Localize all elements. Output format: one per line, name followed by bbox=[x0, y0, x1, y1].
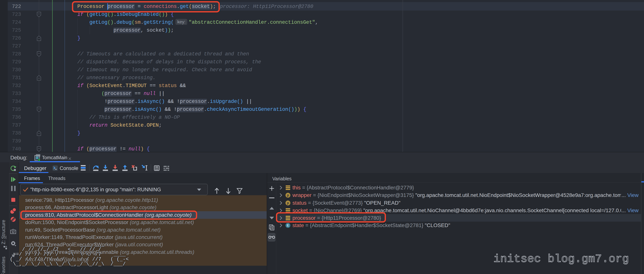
svg-text:p: p bbox=[287, 201, 289, 205]
svg-text:p: p bbox=[287, 193, 289, 197]
svg-text:E: E bbox=[287, 224, 289, 227]
